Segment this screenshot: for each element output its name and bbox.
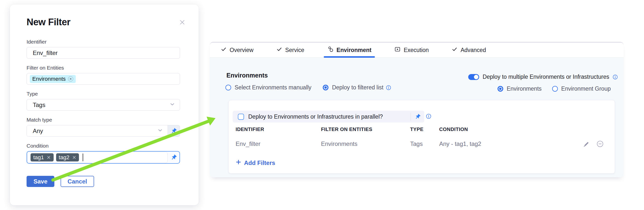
radio-deploy-filtered[interactable]: Deploy to filtered list — [323, 84, 391, 91]
condition-chip-label: tag1 — [33, 154, 44, 161]
tab-label: Service — [285, 47, 304, 53]
parallel-checkbox[interactable] — [238, 114, 244, 120]
parallel-option-bar: Deploy to Environments or Infrastructure… — [232, 111, 424, 122]
check-icon — [452, 46, 458, 54]
cell-type: Tags — [410, 140, 439, 147]
pin-button[interactable] — [411, 114, 424, 120]
parallel-checkbox-label: Deploy to Environments or Infrastructure… — [248, 113, 411, 120]
filters-table-header: IDENTIFIER FILTER ON ENTITIES TYPE CONDI… — [236, 126, 544, 132]
modal-title: New Filter — [26, 17, 180, 27]
match-type-label: Match type — [26, 117, 180, 123]
multi-deploy-toggle-row: Deploy to multiple Environments or Infra… — [468, 74, 618, 80]
environment-icon — [327, 46, 334, 54]
match-type-group: Any — [26, 125, 180, 137]
identifier-value: Env_filter — [33, 50, 58, 56]
remove-minus-icon[interactable] — [596, 140, 604, 148]
chip-remove-icon[interactable]: ✕ — [47, 155, 51, 160]
filter-on-entities-input[interactable]: Environments — [26, 73, 180, 85]
radio-icon — [552, 86, 558, 92]
check-icon — [221, 46, 227, 54]
chevron-down-icon — [157, 127, 163, 135]
tab-label: Overview — [230, 47, 254, 53]
cell-filter-on-entities: Environments — [321, 140, 410, 147]
type-select[interactable]: Tags — [26, 99, 180, 111]
add-filters-label: Add Filters — [244, 159, 275, 166]
cancel-button[interactable]: Cancel — [60, 176, 94, 187]
entity-chip: Environments — [30, 75, 76, 83]
radio-label: Environments — [507, 86, 542, 92]
identifier-label: Identifier — [26, 39, 180, 45]
chip-remove-icon[interactable]: ✕ — [72, 155, 76, 160]
filter-on-entities-field: Filter on Entities Environments — [26, 65, 180, 85]
tab-environment[interactable]: Environment — [327, 43, 372, 57]
condition-group: tag1 ✕ tag2 ✕ — [26, 151, 180, 164]
radio-icon — [498, 86, 503, 92]
add-filters-button[interactable]: Add Filters — [236, 159, 275, 166]
radio-icon — [226, 85, 231, 90]
target-type-radios: Environments Environment Group — [498, 86, 611, 92]
match-type-select[interactable]: Any — [27, 125, 168, 136]
radio-environment-group[interactable]: Environment Group — [552, 86, 611, 92]
condition-field: Condition tag1 ✕ tag2 ✕ — [26, 143, 180, 164]
chip-remove-icon[interactable] — [68, 76, 73, 82]
pin-button[interactable] — [168, 125, 180, 136]
save-button[interactable]: Save — [26, 176, 54, 187]
deploy-mode-radios: Select Environments manually Deploy to f… — [226, 84, 391, 91]
entity-chip-label: Environments — [32, 76, 66, 82]
info-icon[interactable] — [386, 85, 391, 90]
tab-service[interactable]: Service — [276, 43, 304, 57]
execution-icon — [394, 46, 401, 54]
filters-card: Deploy to Environments or Infrastructure… — [228, 100, 615, 174]
match-type-value: Any — [33, 127, 43, 134]
col-condition: CONDITION — [439, 126, 544, 132]
cell-identifier: Env_filter — [236, 140, 321, 147]
text-cursor — [83, 154, 83, 161]
col-identifier: IDENTIFIER — [236, 126, 321, 132]
stage-tabbar: Overview Service Environment Execution A… — [210, 43, 624, 58]
info-icon[interactable] — [613, 75, 618, 80]
condition-input[interactable]: tag1 ✕ tag2 ✕ — [27, 152, 168, 163]
pin-button[interactable] — [168, 152, 180, 163]
tab-advanced[interactable]: Advanced — [452, 43, 486, 57]
toggle-label: Deploy to multiple Environments or Infra… — [483, 74, 609, 80]
identifier-input[interactable]: Env_filter — [26, 47, 180, 59]
type-value: Tags — [33, 102, 46, 108]
type-field: Type Tags — [26, 91, 180, 111]
condition-chip: tag2 ✕ — [56, 153, 79, 161]
radio-label: Environment Group — [561, 86, 611, 92]
table-row: Env_filter Environments Tags Any - tag1,… — [236, 140, 544, 147]
condition-label: Condition — [26, 143, 180, 149]
radio-select-manually[interactable]: Select Environments manually — [226, 84, 311, 91]
tab-execution[interactable]: Execution — [394, 43, 429, 57]
tab-label: Advanced — [460, 47, 486, 53]
tab-label: Execution — [404, 47, 429, 53]
tab-label: Environment — [337, 47, 372, 53]
identifier-field: Identifier Env_filter — [26, 39, 180, 59]
tab-overview[interactable]: Overview — [221, 43, 254, 57]
edit-pencil-icon[interactable] — [583, 141, 590, 148]
col-filter-on-entities: FILTER ON ENTITIES — [321, 126, 410, 132]
modal-actions: Save Cancel — [26, 176, 180, 187]
radio-label: Select Environments manually — [234, 84, 311, 91]
new-filter-modal: New Filter Identifier Env_filter Filter … — [10, 4, 198, 205]
close-icon[interactable] — [178, 18, 186, 26]
match-type-field: Match type Any — [26, 117, 180, 137]
environments-heading: Environments — [226, 72, 268, 79]
radio-label: Deploy to filtered list — [332, 84, 383, 91]
info-icon[interactable] — [426, 114, 431, 119]
col-type: TYPE — [410, 126, 439, 132]
filter-on-entities-label: Filter on Entities — [26, 65, 180, 71]
type-label: Type — [26, 91, 180, 97]
condition-chip: tag1 ✕ — [30, 153, 54, 161]
cell-condition: Any - tag1, tag2 — [439, 140, 544, 147]
radio-environments[interactable]: Environments — [498, 86, 542, 92]
chevron-down-icon — [169, 101, 175, 109]
condition-chip-label: tag2 — [59, 154, 70, 161]
plus-icon — [236, 159, 241, 166]
radio-icon — [323, 85, 328, 90]
toggle-on[interactable] — [468, 74, 479, 80]
pipeline-stage-panel: Overview Service Environment Execution A… — [210, 42, 624, 177]
check-icon — [276, 46, 282, 54]
